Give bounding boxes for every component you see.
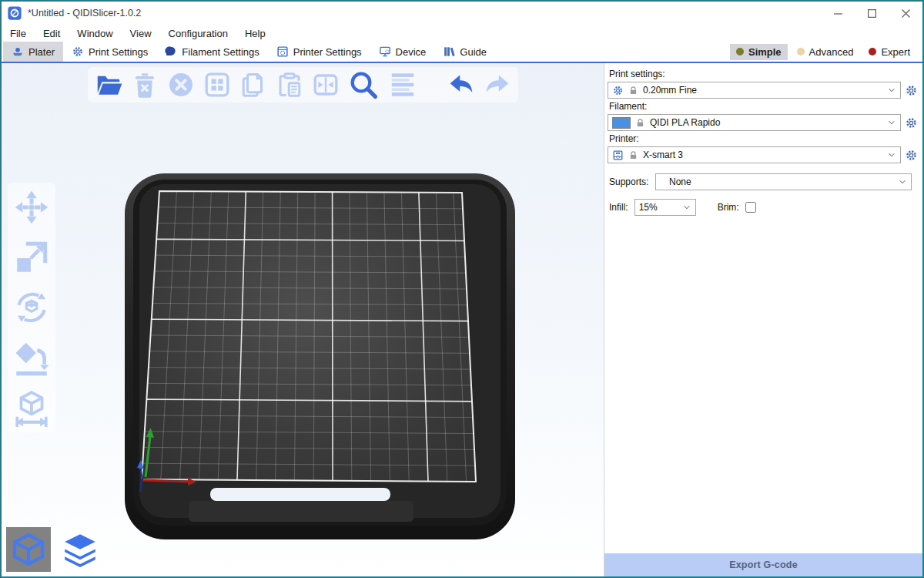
gear-icon	[72, 45, 84, 58]
brim-checkbox[interactable]	[745, 202, 756, 213]
measure-icon[interactable]	[12, 388, 51, 427]
window-controls	[821, 2, 922, 25]
trash-icon[interactable]	[131, 71, 159, 99]
menu-item-help[interactable]: Help	[236, 28, 274, 39]
supports-label: Supports:	[609, 176, 654, 187]
advanced-mode-dot	[797, 48, 805, 55]
tab-printer-settings-label: Printer Settings	[293, 46, 362, 58]
maximize-button[interactable]	[855, 2, 889, 25]
menu-item-configuration[interactable]: Configuration	[160, 28, 236, 39]
filament-label: Filament:	[609, 101, 918, 112]
minimize-button[interactable]	[821, 2, 855, 25]
left-toolbar	[8, 183, 55, 432]
print-bed[interactable]	[2, 63, 604, 576]
lock-icon	[635, 118, 645, 128]
chevron-down-icon	[887, 86, 896, 95]
cube-icon	[10, 531, 47, 568]
supports-value: None	[660, 176, 893, 187]
split-icon[interactable]	[312, 71, 340, 99]
simple-mode-dot	[736, 48, 744, 55]
title-bar: *Untitled - QIDISlicer-1.0.2	[2, 2, 922, 25]
chevron-down-icon	[898, 177, 907, 187]
filament-value: QIDI PLA Rapido	[650, 117, 882, 128]
mode-expert-label: Expert	[881, 46, 910, 58]
paste-icon[interactable]	[276, 71, 303, 99]
tab-device[interactable]: Device	[370, 42, 435, 62]
print-settings-select[interactable]: 0.20mm Fine	[608, 82, 901, 99]
guide-icon	[443, 45, 455, 58]
printer-icon	[276, 45, 289, 58]
mode-advanced-label: Advanced	[809, 46, 854, 58]
filament-icon	[165, 45, 177, 58]
infill-select[interactable]: 15%	[634, 199, 696, 216]
device-icon	[379, 45, 391, 58]
delete-all-icon[interactable]	[167, 71, 195, 99]
menu-item-file[interactable]: File	[2, 28, 35, 39]
infill-value: 15%	[639, 202, 678, 213]
lock-icon	[628, 150, 638, 160]
tab-print-settings-label: Print Settings	[89, 46, 148, 58]
tab-guide[interactable]: Guide	[434, 42, 495, 62]
app-logo-icon	[8, 6, 22, 20]
main-area: Print settings: 0.20mm Fine Filament:	[2, 63, 922, 576]
printer-gear-button[interactable]	[905, 149, 918, 162]
tab-print-settings[interactable]: Print Settings	[63, 42, 156, 62]
mode-selector: Simple Advanced Expert	[730, 42, 922, 62]
brim-label: Brim:	[718, 202, 739, 213]
viewport-3d	[2, 63, 604, 576]
plater-icon	[12, 45, 24, 58]
mode-simple[interactable]: Simple	[730, 44, 788, 60]
tab-bar: Plater Print Settings Filament Settings …	[2, 42, 922, 63]
place-on-face-icon[interactable]	[12, 338, 51, 377]
lock-icon	[628, 86, 638, 96]
filament-gear-button[interactable]	[905, 116, 918, 129]
preview-view-button[interactable]	[59, 530, 101, 569]
tab-printer-settings[interactable]: Printer Settings	[268, 42, 370, 62]
supports-select[interactable]: None	[655, 173, 912, 190]
move-icon[interactable]	[12, 188, 51, 227]
tab-plater-label: Plater	[28, 46, 55, 58]
copy-icon[interactable]	[239, 71, 267, 99]
open-folder-icon[interactable]	[95, 71, 122, 99]
menu-item-window[interactable]: Window	[69, 28, 121, 39]
app-window: *Untitled - QIDISlicer-1.0.2 File Edit W…	[0, 0, 924, 578]
gear-icon	[612, 85, 624, 96]
close-button[interactable]	[889, 2, 922, 25]
3d-view-button[interactable]	[6, 527, 51, 572]
window-title: *Untitled - QIDISlicer-1.0.2	[28, 8, 141, 18]
undo-icon[interactable]	[447, 71, 475, 99]
chevron-down-icon	[887, 150, 896, 160]
infill-label: Infill:	[609, 202, 628, 213]
printer-select[interactable]: X-smart 3	[608, 146, 901, 163]
chevron-down-icon	[682, 203, 691, 212]
tab-filament-settings-label: Filament Settings	[182, 46, 259, 58]
top-toolbar	[88, 67, 518, 102]
printer-value: X-smart 3	[643, 150, 882, 160]
mode-expert[interactable]: Expert	[862, 44, 916, 60]
tab-filament-settings[interactable]: Filament Settings	[156, 42, 267, 62]
mode-simple-label: Simple	[748, 46, 782, 58]
view-toggle	[6, 527, 101, 572]
export-gcode-button[interactable]: Export G-code	[604, 553, 922, 576]
printer-icon	[612, 150, 624, 161]
menu-item-view[interactable]: View	[122, 28, 160, 39]
toolbar-separator	[427, 84, 439, 86]
mode-advanced[interactable]: Advanced	[791, 44, 860, 60]
search-icon[interactable]	[348, 69, 379, 100]
menu-item-edit[interactable]: Edit	[35, 28, 69, 39]
rotate-icon[interactable]	[12, 288, 51, 327]
tab-guide-label: Guide	[460, 46, 487, 58]
tab-plater[interactable]: Plater	[3, 42, 63, 62]
chevron-down-icon	[887, 118, 896, 127]
expert-mode-dot	[869, 48, 876, 55]
redo-icon[interactable]	[484, 71, 511, 99]
print-settings-gear-button[interactable]	[905, 84, 918, 97]
arrange-icon[interactable]	[203, 71, 231, 99]
filament-color-swatch	[612, 117, 631, 129]
filament-select[interactable]: QIDI PLA Rapido	[608, 114, 901, 131]
print-settings-value: 0.20mm Fine	[643, 85, 882, 96]
printer-label: Printer:	[609, 133, 918, 144]
settings-sidebar: Print settings: 0.20mm Fine Filament:	[604, 63, 922, 576]
scale-icon[interactable]	[12, 238, 51, 277]
layer-lines-icon[interactable]	[387, 69, 418, 100]
